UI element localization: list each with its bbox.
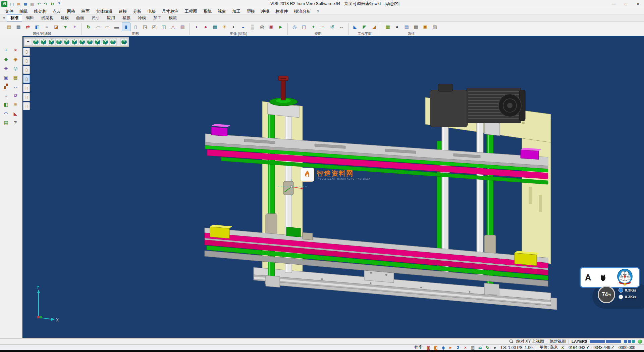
menu-item[interactable]: 工程图 [182,8,201,15]
reflection-icon[interactable]: ◒ [239,23,248,31]
selection-mode-icon[interactable]: ◉ [440,345,446,350]
select-chain-icon[interactable]: × [11,46,19,54]
view-menu-icon[interactable]: ≡ [24,38,32,46]
system-settings-icon[interactable]: ● [393,23,401,31]
menu-item[interactable]: 冲模 [258,8,272,15]
grid-icon[interactable]: ▩ [412,23,420,31]
rotate-entity-icon[interactable]: ↺ [11,92,19,99]
view-cube-bottom-icon[interactable] [48,38,55,46]
absolute-view-label[interactable]: 绝对视图 [550,339,566,344]
paint-attributes-icon[interactable]: ◪ [52,23,60,31]
flag-icon[interactable]: ► [448,345,453,350]
tab[interactable]: 冲模 [134,14,150,21]
menu-item[interactable]: 模流分析 [291,8,314,15]
view-cube-rotate-icon[interactable] [102,38,109,46]
snapshot-icon[interactable]: ▣ [267,23,276,31]
profiles-icon[interactable]: ▨ [430,23,439,31]
edit-trim-icon[interactable]: ▞ [2,83,10,90]
world-icon[interactable]: ● [492,345,497,350]
redo-icon[interactable]: ↷ [43,1,49,7]
zoom-window-icon[interactable]: ▢ [300,23,308,31]
menu-item[interactable]: 曲面 [78,8,93,15]
count-badge[interactable]: 2 [455,345,461,350]
search-icon[interactable] [509,339,514,344]
open-file-icon[interactable]: ▤ [16,1,22,7]
zoom-all-icon[interactable]: ◎ [290,23,299,31]
mirror-entity-icon[interactable]: ◧ [2,101,10,108]
offset-entity-icon[interactable]: ≡ [11,101,19,108]
layers-icon[interactable]: ▤ [2,119,10,126]
move-entity-icon[interactable]: ↕ [2,92,10,99]
perspective-icon[interactable]: ◳ [141,23,149,31]
background-icon[interactable]: ▒ [248,23,257,31]
shaded-edges-icon[interactable]: ▮ [122,23,130,31]
menu-item[interactable]: 建模 [116,8,130,15]
menu-item[interactable]: 网格 [64,8,78,15]
workplane-entity-icon[interactable]: ◢ [370,23,378,31]
color-table-icon[interactable]: ▦ [383,23,392,31]
menu-item[interactable]: 视窗 [215,8,229,15]
new-file-icon[interactable]: ▢ [9,1,15,7]
view-cube-top-icon[interactable] [40,38,47,46]
box-view-icon[interactable]: ◰ [150,23,159,31]
wireframe-icon[interactable]: ▱ [94,23,102,31]
snap-endpoint-icon[interactable]: ▣ [2,74,10,81]
tab[interactable]: 模流 [165,14,180,21]
print-icon[interactable]: ▥ [29,1,35,7]
menu-item[interactable]: 点云 [50,8,64,15]
snap-intersection-icon[interactable]: ◈ [2,64,10,72]
camera-icon[interactable]: ◎ [258,23,266,31]
menu-item[interactable]: 电极 [145,8,159,15]
grid-toggle-icon[interactable]: ▦ [470,345,475,350]
view-cube-left-icon[interactable] [71,38,78,46]
rotate-view-icon[interactable]: ↺ [328,23,336,31]
ghost-mode-icon[interactable]: ▯ [131,23,140,31]
properties-icon[interactable]: ▤ [5,23,13,31]
view-mode-label[interactable]: 绝对 XY 上视图 [516,339,544,344]
display-toggle-icon[interactable]: ◧ [433,345,438,350]
fillet-icon[interactable]: ◠ [2,110,10,117]
desktop-widget[interactable]: A 74% ↓ [580,267,644,338]
tab[interactable]: 尺寸 [88,14,103,21]
close-button[interactable]: × [632,0,644,8]
clip-plane-icon[interactable]: ◫ [159,23,168,31]
view-cube-iso-right-icon[interactable] [94,38,101,46]
snap-tangent-icon[interactable]: ◎ [11,64,19,72]
attribute-settings-icon[interactable]: + [70,23,79,31]
menu-item[interactable]: 塑模 [244,8,258,15]
hidden-line-icon[interactable]: ▭ [103,23,112,31]
menu-item[interactable]: 编辑 [16,8,31,15]
zoom-in-icon[interactable]: + [309,23,318,31]
cad-model-speed-chain[interactable] [22,36,644,338]
lock-label[interactable]: 拴牢 [414,345,422,350]
menu-item[interactable]: ? [314,8,322,15]
tab[interactable]: 建模 [57,14,72,21]
chamfer-icon[interactable]: ◣ [11,110,19,117]
layer-mini-squares[interactable] [624,340,635,343]
pan-view-icon[interactable]: ↔ [337,23,346,31]
select-entity-icon[interactable]: + [2,46,10,54]
undo-icon[interactable]: ↶ [36,1,42,7]
widget-card[interactable]: A [580,267,640,288]
display-toggle-button-7[interactable]: ▯ [23,102,30,110]
line-style-icon[interactable]: ≡ [42,23,51,31]
menu-item[interactable]: 分析 [130,8,145,15]
snap-icon[interactable]: ▣ [421,23,430,31]
animation-icon[interactable]: ► [276,23,285,31]
viewport-3d[interactable]: ≡ [22,36,644,338]
view-cube-front-icon[interactable] [55,38,63,46]
refresh-icon[interactable]: ↻ [49,1,55,7]
layer-color-bar[interactable] [590,340,621,343]
zoom-out-icon[interactable]: − [318,23,327,31]
render-icon[interactable]: ◑ [192,23,201,31]
display-toggle-button-5[interactable]: ▯ [23,84,30,92]
ortho-toggle-icon[interactable]: ⇄ [477,345,483,350]
menu-item[interactable]: 尺寸标注 [159,8,182,15]
tab-overflow-button[interactable]: ▾ [1,15,7,21]
tab[interactable]: 加工 [150,14,165,21]
textures-icon[interactable]: ▩ [211,23,219,31]
tab[interactable]: 标准 [7,14,22,21]
tab[interactable]: 线架构 [38,14,57,21]
view-cube-iso-icon[interactable] [32,38,40,46]
refresh-status-icon[interactable]: ↻ [485,345,490,350]
